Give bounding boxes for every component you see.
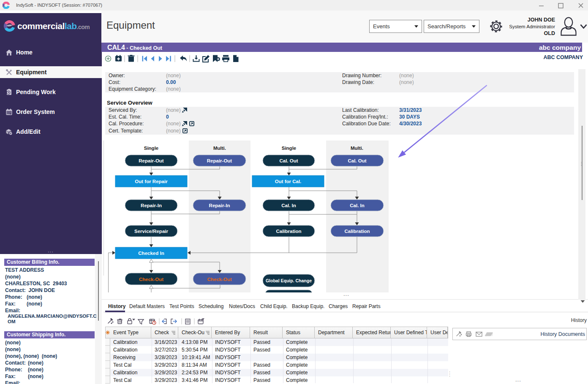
svg-text:Check-Out: Check-Out: [207, 277, 231, 282]
svg-text:Cal. In: Cal. In: [350, 203, 365, 208]
svg-text:Cal. Out: Cal. Out: [279, 158, 298, 163]
svg-text:Repair-Out: Repair-Out: [207, 158, 232, 163]
svg-text:Repair-In: Repair-In: [209, 203, 230, 208]
svg-text:Checked In: Checked In: [138, 251, 164, 256]
svg-text:Global Equip. Change: Global Equip. Change: [266, 278, 312, 283]
svg-text:Service/Repair: Service/Repair: [134, 229, 168, 234]
svg-text:Out for Cal.: Out for Cal.: [275, 179, 302, 184]
svg-text:Single: Single: [144, 146, 159, 151]
svg-text:Repair-Out: Repair-Out: [139, 158, 164, 163]
svg-text:Single: Single: [282, 146, 297, 151]
svg-text:Out for Repair: Out for Repair: [135, 179, 168, 184]
svg-text:Cal. In: Cal. In: [281, 203, 296, 208]
svg-text:Calibration: Calibration: [276, 229, 301, 234]
svg-text:Multi.: Multi.: [351, 146, 363, 151]
svg-text:Check-Out: Check-Out: [139, 277, 163, 282]
svg-text:Repair-In: Repair-In: [141, 203, 162, 208]
svg-text:Cal. Out: Cal. Out: [348, 158, 366, 163]
svg-text:Multi.: Multi.: [213, 146, 226, 151]
svg-text:Calibration: Calibration: [344, 229, 370, 234]
